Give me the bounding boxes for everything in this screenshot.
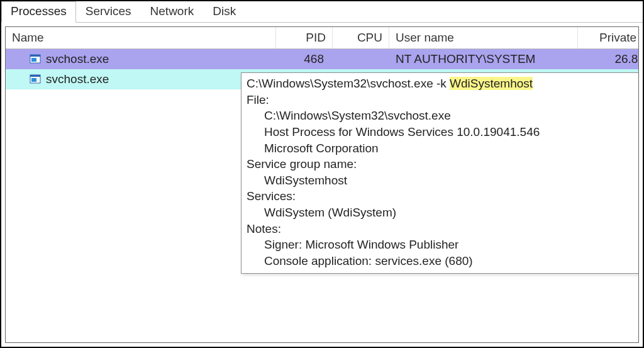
process-icon <box>30 53 41 65</box>
tooltip-file-desc: Host Process for Windows Services 10.0.1… <box>247 124 639 140</box>
col-private[interactable]: Private b <box>578 27 639 48</box>
column-headers: Name PID CPU User name Private b <box>6 27 638 49</box>
tooltip-svcgroup-value: WdiSystemhost <box>247 172 639 189</box>
process-name: svchost.exe <box>46 52 109 66</box>
cell-name: svchost.exe <box>6 51 276 67</box>
col-user[interactable]: User name <box>389 27 578 48</box>
tooltip-services-label: Services: <box>247 188 639 205</box>
svg-rect-1 <box>30 55 40 57</box>
svg-rect-5 <box>31 78 36 82</box>
tooltip-cmd-highlight: WdiSystemhost <box>450 77 533 90</box>
process-list: Name PID CPU User name Private b svchost… <box>5 26 639 343</box>
cell-private: 26.87 <box>578 51 639 67</box>
tooltip-svcgroup-label: Service group name: <box>247 156 639 172</box>
col-cpu[interactable]: CPU <box>333 27 389 48</box>
tooltip-file-path: C:\Windows\System32\svchost.exe <box>247 108 639 124</box>
tooltip-notes-console: Console application: services.exe (680) <box>247 253 639 269</box>
tooltip-cmdline: C:\Windows\System32\svchost.exe -k WdiSy… <box>247 76 639 92</box>
svg-rect-2 <box>31 58 36 62</box>
tooltip-file-label: File: <box>247 92 639 108</box>
cell-name: svchost.exe <box>6 71 276 87</box>
svg-rect-4 <box>30 75 40 77</box>
tab-network[interactable]: Network <box>141 1 204 22</box>
tab-services[interactable]: Services <box>76 1 141 22</box>
col-name[interactable]: Name <box>6 27 276 48</box>
cell-cpu <box>333 58 389 60</box>
tab-disk[interactable]: Disk <box>203 1 245 22</box>
tooltip-services-value: WdiSystem (WdiSystem) <box>247 205 639 221</box>
table-row[interactable]: svchost.exe 468 NT AUTHORITY\SYSTEM 26.8… <box>6 49 638 69</box>
tooltip-cmd-prefix: C:\Windows\System32\svchost.exe -k <box>247 77 450 90</box>
cell-user: NT AUTHORITY\SYSTEM <box>389 51 578 67</box>
col-pid[interactable]: PID <box>276 27 333 48</box>
process-icon <box>30 74 41 85</box>
tooltip-file-company: Microsoft Corporation <box>247 140 639 157</box>
cell-pid: 468 <box>276 51 333 67</box>
process-tooltip: C:\Windows\System32\svchost.exe -k WdiSy… <box>241 72 639 274</box>
tooltip-notes-signer: Signer: Microsoft Windows Publisher <box>247 237 639 253</box>
tab-bar: Processes Services Network Disk <box>1 1 643 23</box>
process-name: svchost.exe <box>46 72 109 86</box>
tab-processes[interactable]: Processes <box>1 1 76 23</box>
tooltip-notes-label: Notes: <box>247 221 639 237</box>
